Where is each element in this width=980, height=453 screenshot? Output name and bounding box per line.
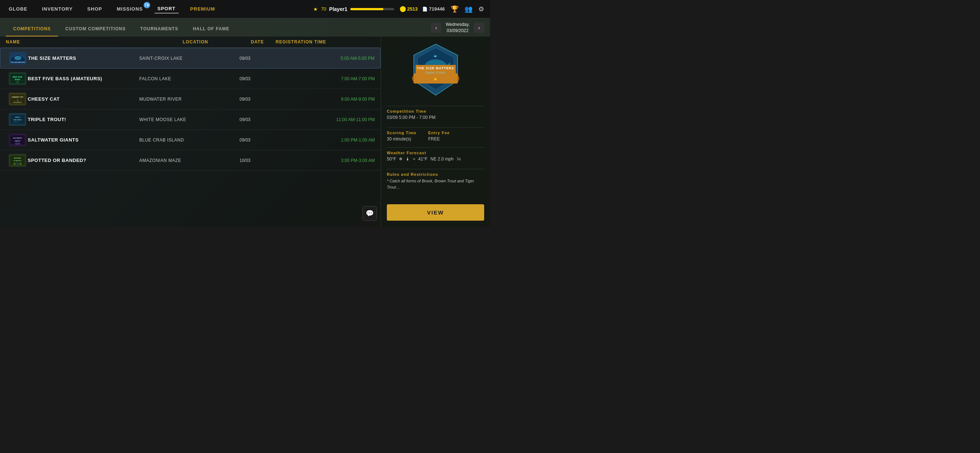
tab-tournaments[interactable]: TOURNAMENTS xyxy=(133,22,186,37)
comp-time-0: 5:00 AM-5:00 PM xyxy=(263,56,374,61)
svg-text:THE SIZE MATTERS: THE SIZE MATTERS xyxy=(11,61,25,63)
buck-icon: 📄 xyxy=(422,6,428,12)
svg-point-2 xyxy=(14,56,22,60)
tab-hall-of-fame[interactable]: HALL OF FAME xyxy=(186,22,237,37)
svg-point-22 xyxy=(14,143,21,145)
divider-2 xyxy=(387,127,484,128)
comp-date-5: 10/03 xyxy=(227,158,263,163)
comp-date-0: 09/03 xyxy=(227,56,263,61)
leaderboard-icon[interactable]: 🏆 xyxy=(450,5,459,13)
player-level: 70 xyxy=(321,6,326,12)
tab-competitions[interactable]: COMPETITIONS xyxy=(6,22,58,37)
svg-point-29 xyxy=(19,163,22,165)
view-button[interactable]: VIEW xyxy=(387,204,484,221)
svg-text:CHEESY CAT: CHEESY CAT xyxy=(12,96,23,98)
comp-date-1: 09/03 xyxy=(227,76,263,81)
scoring-time-section: Scoring Time 30 minute(s) xyxy=(387,131,416,142)
svg-text:OR BANDED?: OR BANDED? xyxy=(13,160,22,161)
comp-logo-4: SALTWATER GIANTS xyxy=(9,134,26,146)
comp-logo-2: CHEESY CAT ⚓ MUDWATER xyxy=(9,93,26,105)
comp-time-5: 3:00 PM-3:00 AM xyxy=(263,158,375,163)
nav-inventory[interactable]: INVENTORY xyxy=(39,5,75,13)
friends-icon[interactable]: 👥 xyxy=(465,5,473,13)
nav-missions[interactable]: MISSIONS 78 xyxy=(114,5,146,13)
competition-time-label: Competition Time xyxy=(387,109,484,113)
missions-badge: 78 xyxy=(144,2,150,8)
table-row[interactable]: BEST FIVE BASS BEST FIVE BASS (AMATEURS)… xyxy=(0,69,380,89)
date-prev-button[interactable]: ‹ xyxy=(431,22,441,33)
xp-bar xyxy=(350,8,394,10)
main-area: COMPETITIONS CUSTOM COMPETITIONS TOURNAM… xyxy=(0,18,490,226)
table-row[interactable]: SPOTTED OR BANDED? SPOTTED OR BANDED? AM… xyxy=(0,150,380,171)
comp-location-4: BLUE CRAB ISLAND xyxy=(139,137,227,143)
list-header: Name Location Date Registration Time xyxy=(0,37,380,48)
nav-links: GLOBE INVENTORY SHOP MISSIONS 78 SPORT P… xyxy=(6,4,218,13)
comp-logo-1: BEST FIVE BASS xyxy=(9,72,26,85)
tab-custom-competitions[interactable]: CUSTOM COMPETITIONS xyxy=(58,22,133,37)
table-row[interactable]: CHEESY CAT ⚓ MUDWATER CHEESY CAT MUDWATE… xyxy=(0,89,380,109)
comp-time-2: 9:00 AM-9:00 PM xyxy=(263,97,375,102)
player-name: Player1 xyxy=(329,6,347,12)
table-row[interactable]: TRIPLE THE TROUT TRIPLE TROUT! WHITE MOO… xyxy=(0,109,380,130)
nav-premium[interactable]: PREMIUM xyxy=(188,5,218,13)
nav-globe[interactable]: GLOBE xyxy=(6,5,30,13)
tab-bar: COMPETITIONS CUSTOM COMPETITIONS TOURNAM… xyxy=(0,18,490,37)
nav-shop[interactable]: SHOP xyxy=(84,5,105,13)
detail-badge: 🐟 THE SIZE MATTERS Saint-Croix ★ xyxy=(387,42,484,97)
scoring-fee-row: Scoring Time 30 minute(s) Entry Fee FREE xyxy=(387,131,484,142)
scoring-time-label: Scoring Time xyxy=(387,131,416,135)
weather-temp2: 41°F xyxy=(418,156,427,161)
body-layout: Name Location Date Registration Time xyxy=(0,37,490,226)
svg-text:THE TROUT: THE TROUT xyxy=(13,119,22,121)
comp-name-1: BEST FIVE BASS (AMATEURS) xyxy=(28,76,139,81)
weather-temp1: 50°F xyxy=(387,156,396,161)
top-nav: GLOBE INVENTORY SHOP MISSIONS 78 SPORT P… xyxy=(0,0,490,18)
chat-button[interactable]: 💬 xyxy=(363,206,377,221)
divider-3 xyxy=(387,147,484,148)
date-next-button[interactable]: › xyxy=(474,22,484,33)
comp-name-4: SALTWATER GIANTS xyxy=(28,137,139,143)
comp-location-1: FALCON LAKE xyxy=(139,76,227,81)
svg-text:MUDWATER: MUDWATER xyxy=(13,101,22,103)
bucks-display: 📄 719446 xyxy=(422,6,445,12)
weather-wind: NE 2.0 mph xyxy=(431,156,453,161)
entry-fee-value: FREE xyxy=(428,136,450,142)
comp-logo-0: THE SIZE MATTERS xyxy=(9,52,27,65)
star-icon: ★ xyxy=(313,6,318,12)
table-row[interactable]: THE SIZE MATTERS THE SIZE MATTERS SAINT-… xyxy=(0,48,380,69)
table-row[interactable]: SALTWATER GIANTS SALTWATER GIANTS BLUE C… xyxy=(0,130,380,150)
comp-location-0: SAINT-CROIX LAKE xyxy=(139,56,227,61)
chat-icon: 💬 xyxy=(366,209,374,217)
header-location: Location xyxy=(152,39,239,45)
rules-label: Rules and Restrictions xyxy=(387,172,484,177)
badge-star: ★ xyxy=(433,77,438,82)
competition-time-value: 03/09 5:00 PM - 7:00 PM xyxy=(387,115,484,120)
weather-icon1: ❄ xyxy=(399,156,402,161)
weather-label: Weather Forecast xyxy=(387,151,484,155)
comp-time-3: 11:00 AM-11:00 PM xyxy=(263,117,375,122)
comp-name-3: TRIPLE TROUT! xyxy=(28,117,139,122)
comp-location-5: AMAZONIAN MAZE xyxy=(139,158,227,163)
wind-direction-icon: 🌬 xyxy=(457,156,461,161)
svg-text:BEST FIVE: BEST FIVE xyxy=(13,76,22,78)
weather-row: 50°F ❄ 🌡 ≈ 41°F NE 2.0 mph 🌬 xyxy=(387,156,484,161)
nav-sport[interactable]: SPORT xyxy=(154,4,179,13)
thermometer-icon: 🌡 xyxy=(406,156,410,161)
competition-list: THE SIZE MATTERS THE SIZE MATTERS SAINT-… xyxy=(0,48,380,226)
settings-icon[interactable]: ⚙ xyxy=(478,5,484,13)
svg-text:TRIPLE: TRIPLE xyxy=(15,116,21,118)
svg-point-27 xyxy=(13,163,16,165)
comp-location-3: WHITE MOOSE LAKE xyxy=(139,117,227,122)
currency-wrap: 2513 📄 719446 xyxy=(400,6,445,12)
competition-list-wrap: Name Location Date Registration Time xyxy=(0,37,380,226)
coin-icon xyxy=(400,6,406,12)
xp-bar-fill xyxy=(350,8,383,10)
svg-text:⚓: ⚓ xyxy=(17,99,19,100)
comp-date-4: 09/03 xyxy=(227,137,263,143)
weather-wind-icon: ≈ xyxy=(413,156,415,161)
nav-icons: 🏆 👥 ⚙ xyxy=(450,5,484,13)
svg-text:SALTWATER: SALTWATER xyxy=(13,137,22,139)
competition-time-section: Competition Time 03/09 5:00 PM - 7:00 PM xyxy=(387,109,484,120)
comp-date-2: 09/03 xyxy=(227,97,263,102)
comp-name-0: THE SIZE MATTERS xyxy=(28,56,139,61)
